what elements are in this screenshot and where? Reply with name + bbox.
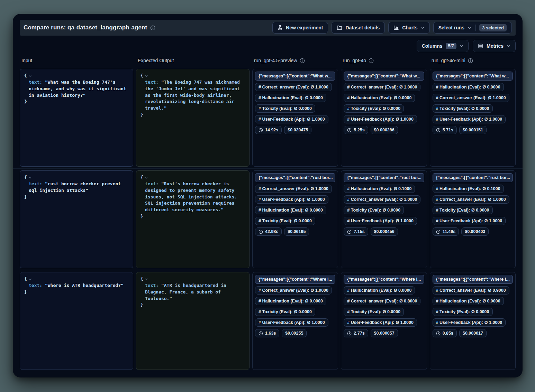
json-key: text: [29,80,42,85]
score-value: Ø 0.1000 [482,186,500,191]
score-badge: # Toxicity (Eval): Ø 0.0000 [255,217,315,225]
output-preview-chip[interactable]: {"messages":[{"content":"What w... [255,72,335,81]
score-badge: # User-Feedback (Api): Ø 1.0000 [255,115,328,123]
run-result-cell: {"messages":[{"content":"Where i... # Co… [252,272,338,370]
collapse-chevron-icon[interactable] [145,278,148,281]
score-label: # Correct_answer (Eval): [436,288,487,293]
columns-button[interactable]: Columns 5/7 [417,40,469,52]
score-value: Ø 0.8000 [305,208,323,213]
bar-chart-icon [393,25,399,30]
json-value: "The Boeing 747 was nicknamed the 'Jumbo… [145,80,240,111]
score-label: # Correct_answer (Eval): [259,288,309,293]
json-close-brace: } [24,99,27,104]
score-value: Ø 1.0000 [396,320,413,325]
expected-output-cell[interactable]: { text: "The Boeing 747 was nicknamed th… [136,69,250,167]
json-close-brace: } [24,194,27,199]
score-badge: # Correct_answer (Eval): Ø 1.0000 [344,83,420,91]
output-preview-chip[interactable]: {"messages":[{"content":"Where i... [255,275,335,284]
info-icon[interactable] [300,58,305,63]
score-value: Ø 1.0000 [399,85,417,90]
score-label: # Toxicity (Eval): [436,309,470,314]
score-badge: # User-Feedback (Api): Ø 1.0000 [255,195,328,204]
new-experiment-button[interactable]: New experiment [272,22,328,34]
output-preview-chip[interactable]: {"messages":[{"content":"What w... [433,72,513,81]
collapse-chevron-icon[interactable] [145,176,148,179]
latency-value: 42.98s [265,229,278,234]
score-value: Ø 0.0000 [471,106,489,111]
latency-value: 5.25s [354,128,364,132]
score-label: # Correct_answer (Eval): [347,299,398,304]
run-result-cell: {"messages":[{"content":"What w... # Hal… [430,69,516,167]
collapse-chevron-icon[interactable] [28,74,32,78]
score-badge: # Toxicity (Eval): Ø 0.0000 [255,104,315,113]
score-label: # User-Feedback (Api): [436,117,483,122]
score-value: Ø 0.1000 [394,186,411,191]
score-value: Ø 1.0000 [307,320,325,325]
input-cell[interactable]: { text: "rust borrow checker prevent sql… [20,170,133,268]
json-key: text: [145,80,158,85]
expected-output-cell[interactable]: { text: "ATR is headquartered in Blagnac… [136,272,250,370]
score-label: # Correct_answer (Eval): [259,186,309,191]
output-preview-chip[interactable]: {"messages":[{"content":"rust bor... [433,173,513,182]
collapse-chevron-icon[interactable] [28,176,32,179]
score-value: Ø 1.0000 [307,197,325,202]
score-value: Ø 1.0000 [311,85,328,90]
run-result-cell: {"messages":[{"content":"rust bor... # H… [430,170,516,268]
input-cell[interactable]: { text: "What was the Boeing 747's nickn… [20,69,133,167]
score-label: # Hallucination (Eval): [436,299,481,304]
score-badge: # User-Feedback (Api): Ø 1.0000 [255,318,328,327]
score-value: Ø 0.0000 [383,309,400,314]
input-cell[interactable]: { text: "Where is ATR headquartered?" } [20,272,133,370]
columns-count-badge: 5/7 [446,43,456,49]
column-header-run-gpt-4-5-preview: run_gpt-4.5-preview [252,58,338,63]
score-label: # Hallucination (Eval): [347,288,392,293]
score-label: # User-Feedback (Api): [259,320,306,325]
score-label: # Correct_answer (Eval): [259,85,309,90]
score-badge: # Correct_answer (Eval): Ø 1.0000 [255,286,332,295]
charts-button[interactable]: Charts [388,22,429,34]
json-value: "What was the Boeing 747's nickname, and… [29,80,126,98]
json-close-brace: } [140,112,143,117]
score-value: Ø 1.0000 [307,117,325,122]
cost-badge: $0.000151 [459,126,487,134]
score-label: # Toxicity (Eval): [259,309,292,314]
output-preview-chip[interactable]: {"messages":[{"content":"What w... [344,72,424,81]
cost-badge: $0.000403 [461,227,489,236]
info-icon[interactable] [468,58,473,63]
json-key: text: [145,283,158,288]
select-runs-button[interactable]: Select runs 3 selected [433,22,512,34]
chevron-down-icon [507,44,510,48]
output-preview-chip[interactable]: {"messages":[{"content":"Where i... [433,275,513,284]
score-badge: # Hallucination (Eval): Ø 0.8000 [255,206,326,214]
score-value: Ø 1.0000 [396,218,413,223]
info-icon[interactable] [369,58,374,63]
dataset-details-button[interactable]: Dataset details [332,22,385,34]
cost-badge: $0.000286 [371,126,398,134]
expected-output-cell[interactable]: { text: "Rust's borrow checker is design… [136,170,250,268]
latency-badge: 1.63s [255,329,279,337]
run-result-cell: {"messages":[{"content":"Where i... # Co… [430,272,516,370]
info-icon[interactable] [150,25,155,30]
output-preview-chip[interactable]: {"messages":[{"content":"rust bor... [344,173,424,182]
output-preview-chip[interactable]: {"messages":[{"content":"rust bor... [255,173,335,182]
column-header-run-gpt-4o: run_gpt-4o [341,58,427,63]
collapse-chevron-icon[interactable] [145,74,148,78]
cost-badge: $0.000456 [371,227,398,236]
score-badge: # Hallucination (Eval): Ø 0.1000 [433,185,504,193]
json-close-brace: } [140,214,143,219]
page-title: Compare runs: qa-dataset_langgraph-agent [24,24,147,31]
collapse-chevron-icon[interactable] [28,278,32,281]
output-preview-chip[interactable]: {"messages":[{"content":"Where i... [344,275,424,284]
metrics-button[interactable]: Metrics [473,40,516,52]
chevron-down-icon [468,26,471,30]
table-toolbar: Columns 5/7 Metrics [20,40,516,52]
score-label: # Hallucination (Eval): [436,85,481,90]
cost-value: $0.020475 [288,128,308,132]
score-label: # Correct_answer (Eval): [347,197,398,202]
clock-icon [259,230,263,234]
latency-badge: 2.77s [344,329,368,337]
json-key: text: [145,181,158,186]
score-label: # User-Feedback (Api): [259,197,306,202]
score-badge: # Toxicity (Eval): Ø 0.0000 [433,206,493,214]
score-badge: # Correct_answer (Eval): Ø 1.0000 [255,185,332,193]
